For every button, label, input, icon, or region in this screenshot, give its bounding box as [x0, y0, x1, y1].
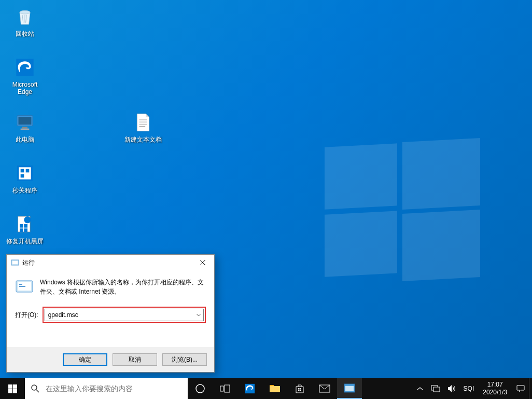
repair-blackscreen-label: 修复开机黑屏 — [6, 238, 44, 245]
run-window-icon — [344, 383, 355, 393]
open-label: 打开(O): — [15, 311, 38, 320]
run-dropdown-button[interactable] — [194, 309, 203, 321]
svg-rect-14 — [20, 228, 23, 232]
clock-date: 2020/1/3 — [483, 389, 507, 396]
chevron-down-icon — [196, 313, 201, 317]
network-button[interactable] — [427, 378, 443, 399]
search-icon — [25, 384, 46, 393]
svg-rect-13 — [24, 224, 27, 228]
network-icon — [430, 384, 440, 393]
task-view-button[interactable] — [213, 378, 237, 399]
svg-rect-32 — [298, 390, 300, 392]
shutdown-app-label: 秒关程序 — [12, 187, 37, 194]
edge-icon — [244, 383, 256, 394]
run-title-text: 运行 — [22, 258, 192, 267]
edge-browser-icon[interactable]: Microsoft Edge — [5, 56, 45, 95]
svg-rect-4 — [22, 127, 27, 128]
svg-rect-21 — [8, 384, 12, 389]
run-description: Windows 将根据你所输入的名称，为你打开相应的程序、文件夹、文档或 Int… — [40, 278, 206, 296]
svg-rect-24 — [13, 389, 17, 393]
svg-rect-9 — [26, 169, 30, 173]
svg-point-0 — [20, 10, 30, 14]
svg-rect-30 — [298, 388, 300, 390]
svg-rect-38 — [433, 387, 440, 392]
close-icon — [200, 259, 206, 266]
volume-button[interactable] — [443, 378, 460, 399]
mail-button[interactable] — [312, 378, 337, 399]
file-explorer-button[interactable] — [262, 378, 287, 399]
svg-point-26 — [196, 384, 204, 393]
store-icon — [295, 383, 305, 394]
svg-rect-31 — [300, 388, 302, 390]
run-button-row: 确定 取消 浏览(B)... — [7, 347, 214, 372]
run-titlebar[interactable]: 运行 — [7, 255, 214, 270]
ok-button[interactable]: 确定 — [63, 353, 107, 366]
recycle-bin-icon[interactable]: 回收站 — [5, 5, 45, 37]
start-button[interactable] — [0, 378, 25, 399]
edge-label: Microsoft Edge — [5, 81, 45, 95]
svg-point-25 — [32, 385, 37, 390]
notification-icon — [516, 384, 525, 393]
run-dialog: 运行 Windows 将根据你所输入的名称，为你打开相应的程序、文件夹、文档或 … — [6, 254, 215, 373]
close-button[interactable] — [192, 255, 213, 270]
cortana-icon — [195, 383, 205, 394]
run-taskbar-button[interactable] — [337, 378, 362, 399]
this-pc-label: 此电脑 — [16, 136, 34, 143]
cancel-button[interactable]: 取消 — [113, 353, 157, 366]
clock-button[interactable]: 17:07 2020/1/3 — [478, 381, 512, 396]
chevron-up-icon — [417, 387, 423, 391]
task-view-icon — [220, 384, 230, 393]
shutdown-app-icon[interactable]: 秒关程序 — [5, 162, 45, 194]
tray-overflow-button[interactable] — [413, 378, 427, 399]
windows-logo-wallpaper — [325, 145, 480, 280]
run-input-highlight — [43, 307, 206, 323]
run-combobox[interactable] — [45, 309, 204, 321]
store-button[interactable] — [287, 378, 312, 399]
run-dialog-icon — [15, 278, 34, 296]
taskbar-search[interactable] — [25, 378, 188, 399]
svg-point-16 — [24, 216, 31, 223]
svg-rect-36 — [345, 386, 354, 391]
mail-icon — [319, 384, 330, 393]
system-tray: SQI 17:07 2020/1/3 — [413, 378, 532, 399]
svg-rect-5 — [21, 129, 30, 130]
svg-rect-8 — [21, 169, 24, 173]
windows-logo-icon — [8, 384, 17, 393]
svg-rect-22 — [13, 384, 17, 389]
desktop: 回收站 Microsoft Edge 此电脑 新建文本文档 秒关程序 修复开机黑… — [0, 0, 532, 399]
svg-rect-18 — [12, 261, 18, 264]
run-input[interactable] — [45, 309, 194, 321]
clock-time: 17:07 — [487, 381, 503, 389]
edge-taskbar-button[interactable] — [237, 378, 262, 399]
svg-rect-3 — [19, 117, 32, 125]
cortana-button[interactable] — [188, 378, 213, 399]
svg-rect-12 — [20, 224, 23, 228]
taskbar: SQI 17:07 2020/1/3 — [0, 378, 532, 399]
svg-rect-10 — [21, 174, 24, 178]
text-document-label: 新建文本文档 — [124, 136, 162, 143]
run-title-icon — [11, 258, 19, 267]
svg-rect-27 — [220, 386, 223, 391]
svg-rect-28 — [225, 385, 230, 392]
repair-blackscreen-icon[interactable]: 修复开机黑屏 — [5, 213, 45, 245]
browse-button[interactable]: 浏览(B)... — [162, 353, 207, 366]
recycle-bin-label: 回收站 — [16, 30, 34, 37]
svg-rect-23 — [8, 389, 12, 393]
action-center-button[interactable] — [512, 378, 529, 399]
this-pc-icon[interactable]: 此电脑 — [5, 111, 45, 143]
folder-icon — [269, 383, 281, 394]
show-desktop-button[interactable] — [529, 378, 532, 399]
svg-rect-33 — [300, 390, 302, 392]
text-document-icon[interactable]: 新建文本文档 — [123, 111, 163, 143]
search-input[interactable] — [46, 378, 188, 399]
speaker-icon — [447, 384, 456, 393]
svg-rect-15 — [24, 228, 27, 232]
ime-indicator[interactable]: SQI — [460, 378, 478, 399]
